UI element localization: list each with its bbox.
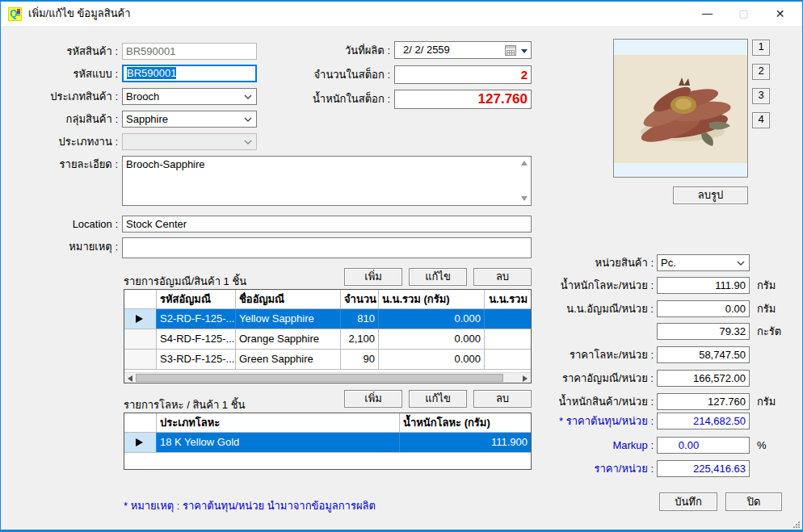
window-title: เพิ่ม/แก้ไข ข้อมูลสินค้า — [28, 2, 131, 26]
gem-col-name: ชื่ออัญมณี — [236, 290, 341, 308]
gem-table: รหัสอัญมณี ชื่ออัญมณี จำนวน น.น.รวม (กรั… — [124, 289, 532, 383]
add-edit-product-window: Q เพิ่ม/แก้ไข ข้อมูลสินค้า — ▢ ✕ รหัสสิน… — [0, 0, 803, 532]
metal-table: ประเภทโลหะ น้ำหนักโลหะ (กรัม) 18 K Yello… — [124, 413, 532, 470]
save-button[interactable]: บันทึก — [659, 492, 717, 511]
title-bar: Q เพิ่ม/แก้ไข ข้อมูลสินค้า — ▢ ✕ — [1, 2, 802, 26]
minimize-button[interactable]: — — [689, 2, 725, 26]
metal-price-field: 58,747.50 — [657, 346, 750, 363]
image-slot-2-button[interactable]: 2 — [752, 64, 770, 80]
metal-weight-field: 111.90 — [657, 277, 750, 294]
price-field: 225,416.63 — [657, 460, 750, 477]
price-label: ราคา/หน่วย : — [530, 460, 654, 477]
remark-field[interactable] — [122, 237, 532, 258]
gem-weight-g-label: น.น.อัญมณี/หน่วย : — [530, 300, 654, 317]
markup-label: Markup : — [530, 437, 654, 454]
metal-weight-unit: กรัม — [757, 277, 776, 295]
image-slot-1-button[interactable]: 1 — [752, 40, 770, 56]
metal-weight-label: น้ำหนักโลหะ/หน่วย : — [530, 277, 654, 294]
scrollbar-thumb[interactable] — [136, 374, 503, 382]
row-selector-arrow-icon — [136, 315, 143, 323]
work-type-select — [122, 133, 257, 150]
gem-add-button[interactable]: เพิ่ม — [344, 268, 402, 286]
gem-price-field: 166,572.00 — [657, 370, 750, 387]
metal-add-button[interactable]: เพิ่ม — [344, 390, 402, 408]
location-field[interactable]: Stock Center — [122, 216, 532, 232]
chevron-down-icon — [244, 140, 252, 145]
gem-section-title: รายการอัญมณี/สินค้า 1 ชิ้น — [124, 273, 246, 290]
chevron-down-icon — [244, 117, 252, 122]
metal-col-weight: น้ำหนักโลหะ (กรัม) — [400, 413, 531, 432]
footer-note: * หมายเหตุ : ราคาต้นทุน/หน่วย นำมาจากข้อ… — [124, 497, 376, 514]
description-label: รายละเอียด : — [17, 156, 118, 173]
gem-weight-g-unit: กรัม — [757, 300, 776, 318]
scroll-up-icon[interactable] — [521, 161, 528, 165]
weight-in-stock-label: น้ำหนักในสต็อก : — [275, 90, 390, 107]
qty-in-stock-field: 2 — [394, 65, 532, 84]
gem-weight-ct-unit: กะรัต — [757, 323, 781, 341]
date-dropdown-arrow-icon[interactable] — [521, 49, 528, 53]
product-weight-label: น้ำหนักสินค้า/หน่วย : — [530, 393, 654, 410]
close-button[interactable]: ✕ — [762, 2, 798, 26]
work-type-label: ประเภทงาน : — [17, 133, 118, 150]
row-selector-arrow-icon — [136, 438, 143, 446]
metal-price-label: ราคาโลหะ/หน่วย : — [530, 346, 654, 363]
location-label: Location : — [17, 216, 118, 232]
gem-col-weight-ct: น.น.รวม — [485, 290, 531, 308]
design-code-field[interactable]: BR590001 — [122, 65, 257, 82]
image-slot-3-button[interactable]: 3 — [752, 88, 770, 104]
chevron-down-icon — [737, 261, 745, 266]
gem-col-code: รหัสอัญมณี — [157, 290, 236, 308]
metal-table-row[interactable]: 18 K Yellow Gold 111.900 — [124, 433, 531, 453]
scroll-down-icon[interactable] — [521, 196, 528, 201]
brooch-photo — [614, 55, 747, 163]
gem-edit-button[interactable]: แก้ไข — [409, 268, 467, 286]
gem-weight-ct-field: 79.32 — [657, 323, 750, 340]
cost-price-label: * ราคาต้นทุน/หน่วย : — [530, 413, 654, 429]
weight-in-stock-field: 127.760 — [394, 90, 532, 109]
produce-date-field[interactable]: 2/ 2/ 2559 — [394, 41, 532, 59]
metal-section-title: รายการโลหะ / สินค้า 1 ชิ้น — [124, 396, 245, 413]
gem-delete-button[interactable]: ลบ — [473, 268, 532, 286]
design-code-label: รหัสแบบ : — [17, 65, 118, 82]
gem-table-row[interactable]: S4-RD-F-125-... Orange Sapphire 2,100 0.… — [124, 329, 531, 350]
unit-label: หน่วยสินค้า : — [530, 254, 654, 271]
gem-table-row[interactable]: S3-RD-F-125-... Green Sapphire 90 0.000 — [124, 350, 531, 370]
product-type-label: ประเภทสินค้า : — [17, 88, 118, 105]
gem-table-hscrollbar[interactable] — [124, 372, 531, 383]
product-weight-unit: กรัม — [757, 393, 776, 411]
product-group-label: กลุ่มสินค้า : — [17, 111, 118, 128]
cost-price-field: 214,682.50 — [657, 413, 750, 429]
chevron-down-icon — [244, 94, 252, 99]
scroll-left-icon[interactable] — [128, 375, 132, 382]
produce-date-label: วันที่ผลิต : — [275, 42, 390, 59]
markup-unit: % — [757, 437, 767, 455]
markup-field[interactable]: 0.00 — [657, 437, 750, 454]
product-code-label: รหัสสินค้า : — [17, 43, 118, 60]
gem-table-header: รหัสอัญมณี ชื่ออัญมณี จำนวน น.น.รวม (กรั… — [124, 290, 531, 309]
app-icon: Q — [8, 7, 22, 21]
gem-col-qty: จำนวน — [341, 290, 379, 308]
product-image — [613, 39, 748, 178]
resize-grip[interactable] — [793, 522, 800, 528]
metal-col-type: ประเภทโลหะ — [157, 413, 400, 432]
gem-col-weight-g: น.น.รวม (กรัม) — [379, 290, 485, 308]
maximize-button: ▢ — [725, 2, 762, 26]
calendar-icon[interactable] — [505, 45, 516, 56]
gem-price-label: ราคาอัญมณี/หน่วย : — [530, 370, 654, 387]
close-form-button[interactable]: ปิด — [725, 492, 782, 511]
metal-edit-button[interactable]: แก้ไข — [409, 390, 467, 408]
product-weight-field: 127.760 — [657, 393, 750, 410]
metal-table-header: ประเภทโลหะ น้ำหนักโลหะ (กรัม) — [124, 413, 531, 433]
qty-in-stock-label: จำนวนในสต็อก : — [275, 66, 390, 83]
product-group-select[interactable]: Sapphire — [122, 111, 257, 128]
remark-label: หมายเหตุ : — [17, 238, 118, 255]
scroll-right-icon[interactable] — [523, 375, 528, 382]
unit-select[interactable]: Pc. — [657, 254, 750, 271]
product-type-select[interactable]: Brooch — [122, 88, 257, 105]
gem-table-row[interactable]: S2-RD-F-125-... Yellow Sapphire 810 0.00… — [124, 309, 531, 329]
gem-weight-g-field: 0.00 — [657, 300, 750, 317]
description-field[interactable]: Brooch-Sapphire — [122, 156, 532, 206]
delete-image-button[interactable]: ลบรูป — [673, 186, 748, 204]
image-slot-4-button[interactable]: 4 — [752, 112, 770, 128]
metal-delete-button[interactable]: ลบ — [473, 390, 532, 408]
